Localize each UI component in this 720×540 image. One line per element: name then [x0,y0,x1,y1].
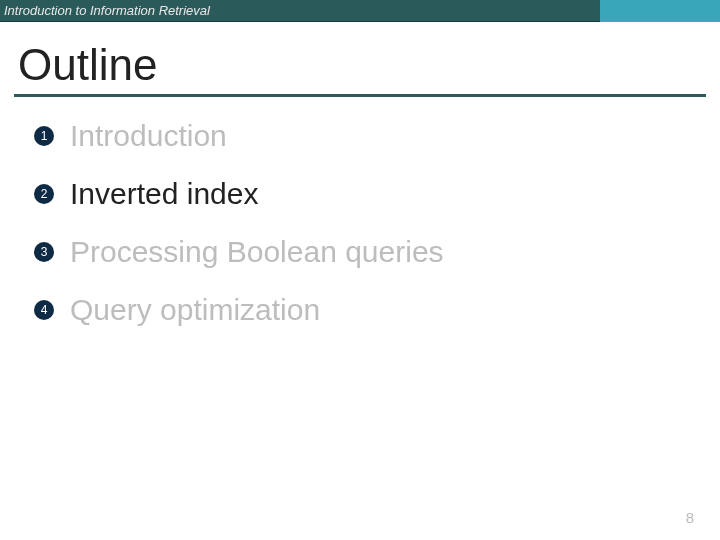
outline-item-1: 1 Introduction [34,119,720,153]
outline-list: 1 Introduction 2 Inverted index 3 Proces… [34,119,720,327]
header-title: Introduction to Information Retrieval [0,3,210,18]
outline-label: Processing Boolean queries [70,235,444,269]
page-number: 8 [686,509,694,526]
outline-label: Inverted index [70,177,258,211]
bullet-circle: 2 [34,184,54,204]
header-left: Introduction to Information Retrieval [0,0,600,22]
title-underline [14,94,706,97]
bullet-circle: 3 [34,242,54,262]
bullet-circle: 1 [34,126,54,146]
outline-item-4: 4 Query optimization [34,293,720,327]
outline-item-3: 3 Processing Boolean queries [34,235,720,269]
bullet-circle: 4 [34,300,54,320]
slide-title: Outline [18,40,720,90]
header-accent [600,0,720,22]
outline-label: Introduction [70,119,227,153]
outline-item-2: 2 Inverted index [34,177,720,211]
outline-label: Query optimization [70,293,320,327]
header-bar: Introduction to Information Retrieval [0,0,720,22]
